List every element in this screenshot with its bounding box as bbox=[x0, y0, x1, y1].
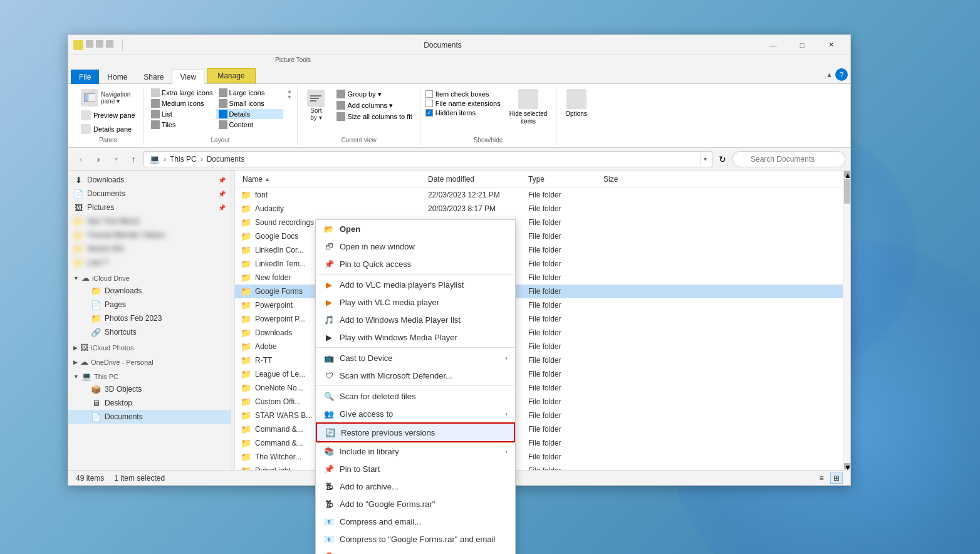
ctx-open[interactable]: 📂 Open bbox=[316, 220, 515, 238]
group-by-button[interactable]: Group by ▾ bbox=[334, 89, 414, 99]
ctx-play-vlc[interactable]: ▶ Play with VLC media player bbox=[316, 293, 515, 311]
photos-feb-icon: 📁 bbox=[91, 313, 101, 323]
folder-icon-onenote: 📁 bbox=[240, 383, 251, 393]
close-button[interactable]: ✕ bbox=[816, 35, 845, 55]
layout-medium[interactable]: Medium icons bbox=[149, 98, 216, 108]
tab-file[interactable]: File bbox=[71, 70, 99, 84]
ctx-add-google-rar[interactable]: 🗜 Add to "Google Forms.rar" bbox=[316, 495, 515, 513]
view-details-button[interactable]: ≡ bbox=[815, 473, 828, 484]
sidebar-item-blurred-2-label: Tutorial Blender Videos bbox=[87, 231, 165, 239]
blurred-1-icon: 📁 bbox=[73, 216, 83, 226]
sidebar-item-downloads-label: Downloads bbox=[87, 175, 124, 184]
item-check-boxes-toggle[interactable]: Item check boxes bbox=[425, 90, 501, 98]
sidebar-onedrive-header[interactable]: ▶ ☁ OneDrive - Personal bbox=[68, 353, 231, 368]
sidebar-item-icloud-downloads[interactable]: 📁 Downloads bbox=[68, 284, 231, 298]
ctx-restore-prev[interactable]: 🔄 Restore previous versions bbox=[316, 422, 515, 442]
ctx-play-wmp[interactable]: ▶ Play with Windows Media Player bbox=[316, 328, 515, 346]
scrollbar-right[interactable]: ▲ ▼ bbox=[843, 170, 850, 470]
recent-locations-button[interactable]: ▾ bbox=[108, 152, 123, 167]
refresh-button[interactable]: ↻ bbox=[715, 152, 730, 167]
sidebar-item-desktop[interactable]: 🖥 Desktop bbox=[68, 396, 231, 410]
address-dropdown-button[interactable]: ▾ bbox=[704, 155, 707, 162]
layout-details[interactable]: Details bbox=[216, 109, 283, 119]
ctx-compress-rar-email[interactable]: 📧 Compress to "Google Forms.rar" and ema… bbox=[316, 530, 515, 548]
ribbon-collapse-button[interactable]: ▲ bbox=[826, 71, 833, 78]
layout-scroll-down[interactable]: ▼ bbox=[287, 94, 293, 100]
up-button[interactable]: ↑ bbox=[126, 152, 141, 167]
layout-extra-large[interactable]: Extra large icons bbox=[149, 88, 216, 98]
sidebar-item-downloads[interactable]: ⬇ Downloads 📌 bbox=[68, 173, 231, 187]
ctx-scan-defender[interactable]: 🛡 Scan with Microsoft Defender... bbox=[316, 367, 515, 384]
minimize-button[interactable]: — bbox=[759, 35, 788, 55]
sidebar-item-documents-pc[interactable]: 📄 Documents bbox=[68, 410, 231, 424]
ctx-open-new-window[interactable]: 🗗 Open in new window bbox=[316, 238, 515, 255]
folder-icon-command2: 📁 bbox=[240, 438, 251, 448]
search-input[interactable] bbox=[732, 151, 845, 167]
sidebar-icloud-drive-header[interactable]: ▼ ☁ iCloud Drive bbox=[68, 269, 231, 284]
group-by-icon bbox=[336, 90, 345, 98]
col-header-size[interactable]: Size bbox=[603, 175, 654, 184]
sidebar-item-3d-objects[interactable]: 📦 3D Objects bbox=[68, 382, 231, 396]
scroll-down-arrow[interactable]: ▼ bbox=[844, 463, 850, 469]
layout-tiles[interactable]: Tiles bbox=[149, 120, 216, 130]
tab-share[interactable]: Share bbox=[135, 70, 172, 84]
sidebar-item-pictures-qa[interactable]: 🖼 Pictures 📌 bbox=[68, 201, 231, 214]
ctx-pin-start[interactable]: 📌 Pin to Start bbox=[316, 460, 515, 478]
back-button[interactable]: ‹ bbox=[73, 152, 88, 167]
ctx-add-archive[interactable]: 🗜 Add to archive... bbox=[316, 478, 515, 495]
layout-content[interactable]: Content bbox=[216, 120, 283, 130]
size-columns-button[interactable]: Size all columns to fit bbox=[334, 112, 414, 122]
sidebar-item-documents-qa[interactable]: 📄 Documents 📌 bbox=[68, 187, 231, 201]
file-name-extensions-toggle[interactable]: File name extensions bbox=[425, 100, 501, 107]
details-pane-button[interactable]: Details pane bbox=[78, 123, 134, 135]
file-row-font[interactable]: 📁 font 22/03/2023 12:21 PM File folder bbox=[235, 188, 843, 202]
sort-by-button[interactable]: Sortby ▾ bbox=[303, 88, 329, 123]
ctx-include-library[interactable]: 📚 Include in library › bbox=[316, 442, 515, 460]
layout-large[interactable]: Large icons bbox=[216, 88, 283, 98]
ctx-open-new-window-icon: 🗗 bbox=[323, 241, 335, 252]
sidebar-item-icloud-pages[interactable]: 📄 Pages bbox=[68, 298, 231, 311]
options-button[interactable]: Options bbox=[561, 88, 590, 118]
ctx-compress-rar-email-label: Compress to "Google Forms.rar" and email bbox=[340, 535, 508, 544]
tab-manage[interactable]: Manage bbox=[207, 68, 255, 83]
ctx-scan-deleted[interactable]: 🔍 Scan for deleted files bbox=[316, 387, 515, 405]
ctx-whats-using[interactable]: ❓ What's using this file? bbox=[316, 548, 515, 554]
ctx-pin-quick-access[interactable]: 📌 Pin to Quick access bbox=[316, 255, 515, 273]
layout-small[interactable]: Small icons bbox=[216, 98, 283, 108]
preview-pane-button[interactable]: Preview pane bbox=[78, 109, 138, 122]
tab-home[interactable]: Home bbox=[99, 70, 135, 84]
hidden-items-toggle[interactable]: ✓ Hidden items bbox=[425, 109, 501, 117]
ctx-add-vlc-playlist[interactable]: ▶ Add to VLC media player's Playlist bbox=[316, 276, 515, 293]
ribbon-section-panes: Navigationpane ▾ Preview pane Details pa… bbox=[73, 86, 143, 145]
file-row-audacity[interactable]: 📁 Audacity 20/03/2023 8:17 PM File folde… bbox=[235, 202, 843, 216]
address-input[interactable]: 💻 › This PC › Documents ▾ bbox=[143, 151, 712, 167]
forward-button[interactable]: › bbox=[91, 152, 106, 167]
tab-view[interactable]: View bbox=[172, 70, 204, 84]
scroll-up-arrow[interactable]: ▲ bbox=[844, 171, 850, 177]
sidebar-item-photos-feb[interactable]: 📁 Photos Feb 2023 bbox=[68, 311, 231, 325]
col-header-date[interactable]: Date modified bbox=[428, 175, 528, 184]
col-header-name[interactable]: Name ▲ bbox=[240, 175, 428, 184]
address-divider bbox=[701, 154, 701, 165]
scroll-track[interactable] bbox=[843, 178, 850, 463]
ctx-add-wmp-list[interactable]: 🎵 Add to Windows Media Player list bbox=[316, 311, 515, 328]
navigation-pane-button[interactable]: Navigationpane ▾ bbox=[78, 88, 133, 108]
layout-scroll-up[interactable]: ▲ bbox=[287, 88, 293, 94]
layout-list[interactable]: List bbox=[149, 109, 216, 119]
col-header-type[interactable]: Type bbox=[528, 175, 603, 184]
ctx-cast-to-device[interactable]: 📺 Cast to Device › bbox=[316, 349, 515, 367]
maximize-button[interactable]: □ bbox=[788, 35, 816, 55]
show-hide-section-label: Show/hide bbox=[474, 137, 503, 144]
hide-selected-items-button[interactable]: Hide selecteditems bbox=[506, 88, 551, 127]
sidebar-item-pictures-qa-label: Pictures bbox=[87, 203, 114, 212]
view-icons-button[interactable]: ⊞ bbox=[830, 473, 843, 484]
sidebar-icloud-photos-header[interactable]: ▶ 🖼 iCloud Photos bbox=[68, 339, 231, 353]
ctx-give-access[interactable]: 👥 Give access to › bbox=[316, 405, 515, 422]
add-columns-button[interactable]: Add columns ▾ bbox=[334, 100, 414, 110]
file-type-sound: File folder bbox=[528, 218, 603, 227]
sidebar-this-pc-header[interactable]: ▼ 💻 This PC bbox=[68, 368, 231, 382]
help-button[interactable]: ? bbox=[835, 68, 848, 81]
ctx-compress-email[interactable]: 📧 Compress and email... bbox=[316, 513, 515, 530]
sidebar-item-shortcuts[interactable]: 🔗 Shortcuts bbox=[68, 325, 231, 339]
scroll-thumb[interactable] bbox=[844, 179, 850, 204]
